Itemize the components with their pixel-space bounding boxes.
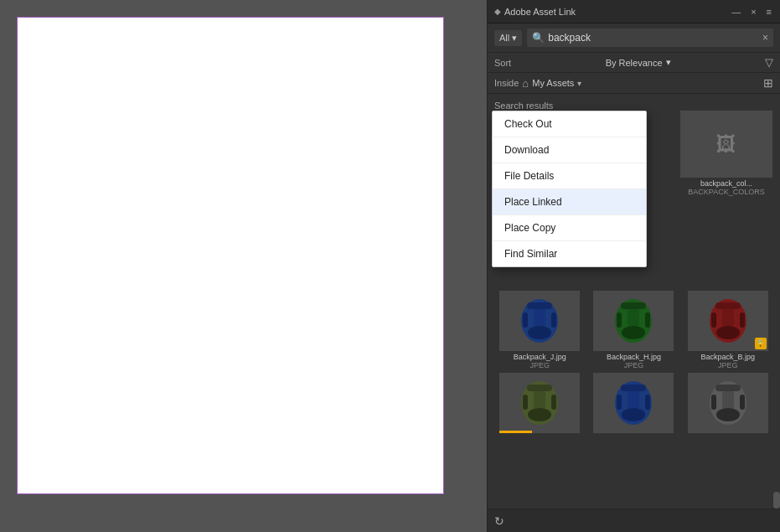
context-menu-download[interactable]: Download [493, 137, 646, 163]
context-menu-place-linked[interactable]: Place Linked [493, 189, 646, 214]
svg-point-3 [528, 326, 551, 339]
image-placeholder-icon: 🖼 [716, 132, 736, 156]
adobe-icon: ◆ [494, 7, 501, 16]
svg-point-27 [622, 408, 645, 421]
svg-rect-32 [722, 391, 734, 408]
svg-rect-34 [711, 395, 716, 410]
inside-chevron-icon: ▾ [577, 79, 581, 88]
panel-bottom-bar: ↻ [488, 509, 780, 532]
search-icon: 🔍 [532, 32, 545, 44]
svg-rect-23 [551, 395, 556, 410]
svg-rect-25 [621, 385, 646, 391]
partial-grid-area: 🖼 backpack_col... BACKPACK_COLORS [676, 111, 777, 196]
thumbnail-img-backpack-h [593, 291, 674, 351]
svg-rect-5 [551, 312, 556, 328]
svg-rect-2 [534, 309, 545, 326]
svg-point-33 [716, 408, 740, 421]
sort-select[interactable]: By Relevance ▾ [606, 57, 671, 68]
svg-rect-29 [645, 395, 650, 410]
sort-label: Sort [494, 58, 511, 68]
backpack-b-svg [699, 296, 757, 346]
thumbnail-sublabel-backpack-b: JPEG [718, 361, 738, 369]
scrollbar-thumb[interactable] [773, 492, 780, 509]
svg-rect-19 [527, 385, 552, 391]
svg-point-15 [716, 326, 740, 339]
refresh-button[interactable]: ↻ [494, 514, 504, 528]
panel-title: Adobe Asset Link [504, 7, 576, 17]
svg-point-9 [622, 326, 645, 339]
thumbnail-sublabel-backpack-j: JPEG [529, 361, 550, 369]
svg-rect-7 [621, 302, 646, 309]
svg-rect-31 [715, 385, 741, 391]
thumbnail-label-backpack-col: backpack_col... [700, 179, 752, 188]
backpack-r2-3-svg [699, 378, 757, 428]
results-label: Search results [494, 101, 773, 111]
filter-icon[interactable]: ▽ [765, 56, 773, 69]
search-row: All ▾ 🔍 × [488, 23, 780, 53]
thumbnail-grid-area: Backpack_J.jpg JPEG [494, 291, 773, 435]
svg-point-21 [528, 408, 551, 421]
thumbnail-sublabel-backpack-col: BACKPACK_COLORS [688, 188, 764, 196]
panel-minimize-button[interactable]: — [730, 7, 742, 17]
svg-rect-35 [740, 395, 745, 410]
inside-label: Inside [494, 78, 519, 88]
context-menu-find-similar[interactable]: Find Similar [493, 241, 646, 266]
svg-rect-8 [628, 309, 639, 326]
results-area[interactable]: Search results Check Out Download File D… [488, 94, 780, 509]
panel-title-area: ◆ Adobe Asset Link [494, 7, 576, 17]
thumbnail-item-backpack-b[interactable]: 🔒 Backpack_B.jpg JPEG [683, 291, 773, 369]
context-menu-place-copy[interactable]: Place Copy [493, 215, 646, 240]
backpack-h-svg [604, 296, 663, 346]
svg-rect-13 [715, 302, 741, 309]
thumbnail-backpack-col[interactable]: 🖼 backpack_col... BACKPACK_COLORS [676, 111, 777, 196]
thumbnail-item-backpack-h[interactable]: Backpack_H.jpg JPEG [588, 291, 679, 369]
svg-rect-26 [628, 391, 639, 408]
svg-rect-22 [523, 395, 528, 410]
search-input-wrap: 🔍 × [527, 28, 773, 47]
panel-menu-button[interactable]: ≡ [765, 7, 773, 17]
svg-rect-4 [523, 312, 528, 328]
asset-link-panel: ◆ Adobe Asset Link — × ≡ All ▾ 🔍 × Sort … [487, 0, 780, 532]
thumbnail-image-backpack-col: 🖼 [680, 111, 772, 178]
canvas-area [0, 0, 487, 532]
sort-chevron-icon: ▾ [666, 57, 671, 68]
context-menu-check-out[interactable]: Check Out [493, 111, 646, 137]
thumbnail-item-backpack-j[interactable]: Backpack_J.jpg JPEG [494, 291, 585, 369]
search-clear-button[interactable]: × [762, 32, 768, 44]
thumbnail-img-r2-1 [499, 373, 580, 433]
svg-rect-14 [722, 309, 734, 326]
thumbnail-sublabel-backpack-h: JPEG [624, 361, 644, 369]
thumbnail-item-r2-2[interactable] [588, 373, 679, 435]
thumbnail-img-r2-2 [593, 373, 674, 433]
grid-view-button[interactable]: ⊞ [763, 76, 773, 90]
context-menu-file-details[interactable]: File Details [493, 163, 646, 189]
thumbnail-grid-row2 [494, 373, 773, 435]
inside-nav: ⌂ My Assets ▾ [522, 77, 763, 90]
thumbnail-img-backpack-b: 🔒 [688, 291, 768, 351]
search-filter-chevron: ▾ [512, 33, 517, 44]
backpack-r2-2-svg [604, 378, 663, 428]
panel-close-button[interactable]: × [749, 7, 757, 17]
svg-rect-28 [617, 395, 622, 410]
sort-value: By Relevance [606, 58, 663, 68]
home-icon-button[interactable]: ⌂ [522, 77, 529, 90]
thumbnail-label-backpack-h: Backpack_H.jpg [607, 353, 661, 361]
search-input[interactable] [548, 28, 759, 47]
svg-rect-10 [617, 312, 622, 328]
svg-rect-17 [740, 312, 745, 328]
progress-badge [499, 431, 531, 433]
backpack-r2-1-svg [510, 378, 569, 428]
search-filter-button[interactable]: All ▾ [494, 30, 522, 46]
thumbnail-img-r2-3 [688, 373, 768, 433]
lock-badge: 🔒 [755, 338, 767, 349]
thumbnail-item-r2-3[interactable] [683, 373, 773, 435]
thumbnail-img-backpack-j [499, 291, 580, 351]
backpack-j-svg [510, 296, 569, 346]
svg-rect-16 [711, 312, 716, 328]
inside-path: My Assets [532, 78, 574, 88]
sort-row: Sort By Relevance ▾ ▽ [488, 53, 780, 73]
panel-topbar: ◆ Adobe Asset Link — × ≡ [488, 0, 780, 23]
thumbnail-item-r2-1[interactable] [494, 373, 585, 435]
context-menu: Check Out Download File Details Place Li… [492, 111, 647, 267]
thumbnail-label-backpack-j: Backpack_J.jpg [514, 353, 566, 361]
